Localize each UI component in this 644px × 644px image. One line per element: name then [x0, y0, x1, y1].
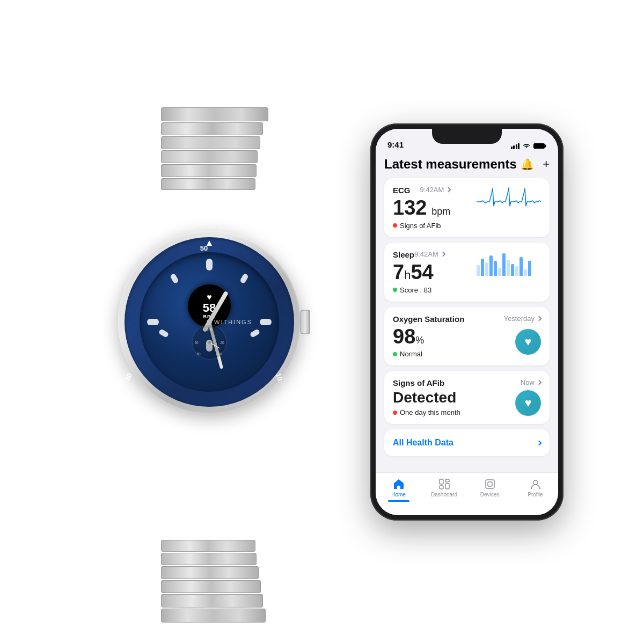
heart-icon: ♥	[207, 293, 212, 302]
oxygen-left: 98% Normal	[393, 326, 424, 358]
ecg-label: ECG	[393, 186, 411, 195]
sleep-bar-1	[477, 265, 480, 276]
oxygen-number: 98	[393, 325, 415, 348]
nav-devices-label: Devices	[480, 492, 500, 497]
sleep-bar-8	[507, 260, 510, 276]
sleep-status-text: Score : 83	[400, 286, 431, 294]
app-content[interactable]: Latest measurements 🔔 + ECG 9:42AM	[376, 152, 558, 472]
oxygen-heart-icon: ♥	[524, 335, 531, 349]
signal-bar-1	[511, 147, 513, 149]
afib-card[interactable]: Signs of AFib Now Detected One day this …	[384, 371, 550, 424]
svg-rect-6	[486, 480, 494, 488]
home-icon	[392, 478, 405, 490]
sleep-bar-3	[485, 262, 488, 276]
nav-home[interactable]: Home	[376, 478, 421, 502]
phone-screen: 9:41	[376, 129, 558, 515]
svg-rect-3	[445, 479, 449, 482]
ecg-card-header: ECG 9:42AM	[393, 186, 450, 195]
oxygen-status-dot	[393, 352, 397, 356]
sleep-value: 7h54	[393, 261, 445, 284]
sleep-card[interactable]: Sleep 9:42AM 7h54 Score : 83	[384, 243, 550, 302]
oxygen-value: 98%	[393, 326, 424, 348]
app-header: Latest measurements 🔔 +	[384, 152, 550, 178]
oxygen-time: Yesterday	[504, 314, 541, 323]
app-title: Latest measurements	[384, 157, 517, 172]
svg-point-8	[533, 480, 538, 485]
sleep-bar-13	[528, 261, 531, 276]
ecg-number: 132	[393, 196, 427, 219]
ecg-unit: bpm	[431, 206, 450, 217]
oxygen-icon-circle: ♥	[515, 329, 541, 355]
sleep-h: h	[404, 268, 411, 282]
svg-rect-4	[440, 486, 443, 489]
signal-bar-4	[518, 143, 519, 149]
oxygen-card[interactable]: Oxygen Saturation Yesterday 98% Normal	[384, 307, 550, 366]
nav-home-indicator	[388, 500, 409, 502]
bezel-num-30: 30	[151, 459, 164, 472]
ecg-status-dot	[393, 223, 397, 228]
afib-heart-icon: ♥	[524, 396, 531, 410]
ecg-status-text: Signs of AFib	[400, 222, 441, 230]
ecg-card[interactable]: ECG 9:42AM 132 bpm Signs of AFib	[384, 178, 550, 237]
watch: 10 20 30 40 50 ♥ 58 BPM	[97, 113, 322, 531]
afib-card-header: Signs of AFib Now	[393, 378, 541, 387]
sleep-bar-6	[498, 268, 501, 276]
sleep-status: Score : 83	[393, 286, 445, 294]
nav-devices[interactable]: Devices	[467, 478, 513, 497]
sub-dial: 100 20 40 60 80	[192, 325, 227, 360]
dial-marker-1	[239, 273, 249, 284]
dial-marker-12	[206, 259, 213, 270]
brand-text: WITHINGS	[214, 319, 252, 325]
bezel-num-20: 20	[244, 459, 257, 472]
phone-section: 9:41	[370, 123, 564, 521]
health-data-link[interactable]: All Health Data	[384, 429, 550, 456]
sleep-chevron	[440, 251, 445, 257]
afib-chevron	[537, 380, 542, 385]
svg-rect-0	[533, 143, 545, 149]
sub-center	[208, 341, 211, 343]
sleep-hours: 7	[393, 261, 404, 283]
sleep-bar-2	[481, 259, 484, 276]
afib-status: One day this month	[393, 408, 460, 416]
sleep-bar-11	[519, 257, 523, 276]
oxygen-card-header: Oxygen Saturation Yesterday	[393, 314, 541, 324]
ecg-chevron	[446, 187, 451, 193]
notch	[432, 129, 502, 144]
bracelet-bottom	[161, 540, 258, 623]
center-dot	[207, 319, 212, 325]
bell-icon[interactable]: 🔔	[521, 158, 534, 171]
dial-marker-4	[250, 328, 261, 338]
crown	[301, 310, 310, 334]
header-actions: 🔔 +	[521, 157, 550, 171]
nav-profile[interactable]: Profile	[513, 478, 558, 497]
dial-marker-9	[147, 319, 159, 325]
signal-bars	[511, 143, 520, 149]
sleep-bar-9	[511, 264, 514, 276]
ecg-card-inner: ECG 9:42AM 132 bpm Signs of AFib	[393, 186, 541, 230]
nav-dashboard-label: Dashboard	[431, 492, 457, 497]
sleep-status-dot	[393, 288, 397, 292]
bracelet-top	[161, 107, 258, 190]
plus-icon[interactable]: +	[543, 157, 550, 171]
nav-dashboard[interactable]: Dashboard	[421, 478, 467, 497]
oxygen-chevron	[537, 316, 542, 321]
ecg-chart	[477, 186, 541, 211]
bezel: 10 20 30 40 50 ♥ 58 BPM	[125, 237, 294, 407]
afib-left: Detected One day this month	[393, 390, 460, 416]
sleep-bar-4	[489, 255, 493, 276]
health-data-text: All Health Data	[393, 438, 453, 448]
dial-marker-3	[260, 319, 272, 325]
sleep-card-header: Sleep 9:42AM	[393, 250, 445, 259]
afib-icon-circle: ♥	[515, 390, 541, 416]
watch-section: 10 20 30 40 50 ♥ 58 BPM	[80, 80, 338, 564]
signal-bar-3	[516, 144, 517, 149]
signal-bar-2	[513, 145, 515, 149]
health-data-chevron	[537, 440, 542, 445]
sleep-chart	[477, 250, 541, 276]
wifi-icon	[522, 143, 531, 149]
afib-status-text: One day this month	[400, 408, 460, 416]
phone-frame: 9:41	[370, 123, 564, 521]
status-time: 9:41	[387, 140, 404, 149]
afib-label: Signs of AFib	[393, 378, 444, 387]
ecg-status: Signs of AFib	[393, 222, 450, 230]
